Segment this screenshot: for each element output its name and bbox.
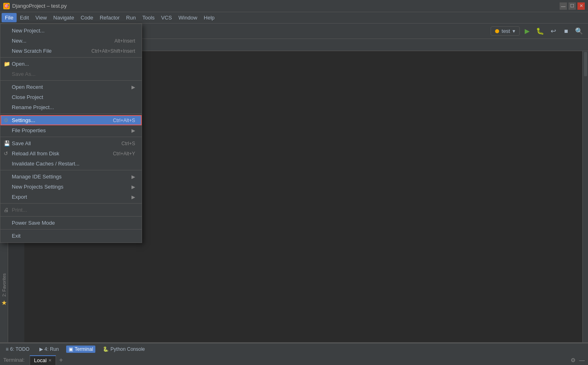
run-icon: ▶ [39,346,43,352]
separator-8 [0,229,142,230]
separator-5 [0,170,142,170]
terminal-icon: ▣ [69,346,73,352]
todo-icon: ≡ [6,346,9,352]
menu-item-save-as: Save As... [0,69,142,79]
menu-bar: File Edit View Navigate Code Refactor Ru… [0,12,588,24]
file-dropdown: New Project... New... Alt+Insert New Scr… [0,24,142,243]
settings-icon: ⚙ [4,117,9,123]
print-icon: 🖨 [4,207,9,213]
tool-run-label: 4: Run [45,346,59,352]
menu-item-open[interactable]: 📁 Open... [0,59,142,69]
run-config-label: test [502,28,510,34]
submenu-arrow-export: ▶ [131,194,135,200]
terminal-tab-local-label: Local [34,357,47,363]
bottom-panel: ≡ 6: TODO ▶ 4: Run ▣ Terminal 🐍 Python C… [0,342,588,365]
python-console-icon: 🐍 [103,346,109,352]
menu-item-reload-from-disk[interactable]: ↺ Reload All from Disk Ctrl+Alt+Y [0,148,142,159]
menu-item-print: 🖨 Print... [0,205,142,215]
menu-item-rename-project[interactable]: Rename Project... [0,102,142,112]
menu-item-power-save[interactable]: Power Save Mode [0,218,142,228]
separator-1 [0,57,142,58]
terminal-minimize-icon[interactable]: — [579,357,585,363]
run-config[interactable]: test ▾ [491,26,520,36]
menu-code[interactable]: Code [78,13,97,22]
menu-window[interactable]: Window [175,13,200,22]
menu-item-save-all[interactable]: 💾 Save All Ctrl+S [0,138,142,148]
menu-run[interactable]: Run [123,13,139,22]
app-icon: 🎯 [3,3,10,9]
menu-item-settings[interactable]: ⚙ Settings... Ctrl+Alt+S [0,115,142,125]
menu-item-new-scratch-file[interactable]: New Scratch File Ctrl+Alt+Shift+Insert [0,46,142,56]
editor-scrollbar[interactable]: ✓ [582,51,588,342]
terminal-tab-bar: Terminal: Local ✕ + ⚙ — [0,354,588,365]
tool-python-console-label: Python Console [110,346,145,352]
menu-item-new-projects-settings[interactable]: New Projects Settings ▶ [0,182,142,192]
terminal-tab-local[interactable]: Local ✕ [30,355,56,365]
tool-todo[interactable]: ≡ 6: TODO [3,346,32,353]
menu-view[interactable]: View [32,13,50,22]
submenu-arrow: ▶ [131,84,135,90]
terminal-label: Terminal: [3,357,25,363]
favorites-item[interactable]: 2: Favorites [1,271,7,299]
folder-icon: 📁 [4,61,10,67]
run-config-chevron: ▾ [513,28,515,34]
menu-item-exit[interactable]: Exit [0,231,142,241]
menu-refactor[interactable]: Refactor [97,13,123,22]
menu-item-close-project[interactable]: Close Project [0,92,142,102]
tool-python-console[interactable]: 🐍 Python Console [100,346,147,353]
menu-vcs[interactable]: VCS [158,13,175,22]
file-menu: New Project... New... Alt+Insert New Scr… [0,24,142,243]
stop-button[interactable]: ■ [560,26,572,37]
tool-run[interactable]: ▶ 4: Run [37,346,61,353]
submenu-arrow-nps: ▶ [131,184,135,190]
menu-item-new-project[interactable]: New Project... [0,26,142,36]
window-controls[interactable]: — ☐ ✕ [560,2,585,10]
separator-2 [0,80,142,81]
coverage-button[interactable]: ↩ [547,26,559,37]
menu-navigate[interactable]: Navigate [50,13,77,22]
minimize-button[interactable]: — [560,2,567,10]
run-config-icon [495,29,499,33]
menu-item-file-properties[interactable]: File Properties ▶ [0,125,142,135]
submenu-arrow-props: ▶ [131,128,135,133]
menu-item-export[interactable]: Export ▶ [0,192,142,202]
menu-item-invalidate-caches[interactable]: Invalidate Caches / Restart... [0,159,142,169]
separator-7 [0,216,142,217]
save-icon: 💾 [4,140,10,146]
maximize-button[interactable]: ☐ [569,2,576,10]
menu-item-new[interactable]: New... Alt+Insert [0,36,142,46]
reload-icon: ↺ [4,150,8,157]
menu-item-open-recent[interactable]: Open Recent ▶ [0,82,142,92]
search-everywhere-button[interactable]: 🔍 [573,26,585,37]
separator-3 [0,114,142,114]
menu-item-manage-ide[interactable]: Manage IDE Settings ▶ [0,172,142,182]
star-icon[interactable]: ★ [1,299,7,307]
menu-edit[interactable]: Edit [17,13,32,22]
debug-button[interactable]: 🐛 [534,26,546,37]
tool-todo-label: 6: TODO [10,346,30,352]
terminal-add-tab-button[interactable]: + [58,356,65,364]
tool-terminal[interactable]: ▣ Terminal [66,346,95,353]
separator-4 [0,137,142,137]
menu-tools[interactable]: Tools [139,13,158,22]
bottom-tool-bar: ≡ 6: TODO ▶ 4: Run ▣ Terminal 🐍 Python C… [0,343,588,354]
window-title: DjangoProject – test.py [12,3,67,9]
menu-file[interactable]: File [2,13,17,22]
submenu-arrow-ide: ▶ [131,174,135,180]
title-bar: 🎯 DjangoProject – test.py — ☐ ✕ [0,0,588,12]
terminal-tab-close-button[interactable]: ✕ [48,358,52,363]
separator-6 [0,203,142,204]
close-button[interactable]: ✕ [577,2,585,10]
run-button[interactable]: ▶ [521,26,533,37]
scroll-thumb [584,52,587,76]
menu-help[interactable]: Help [200,13,218,22]
tool-terminal-label: Terminal [75,346,93,352]
terminal-settings-icon[interactable]: ⚙ [571,357,576,363]
